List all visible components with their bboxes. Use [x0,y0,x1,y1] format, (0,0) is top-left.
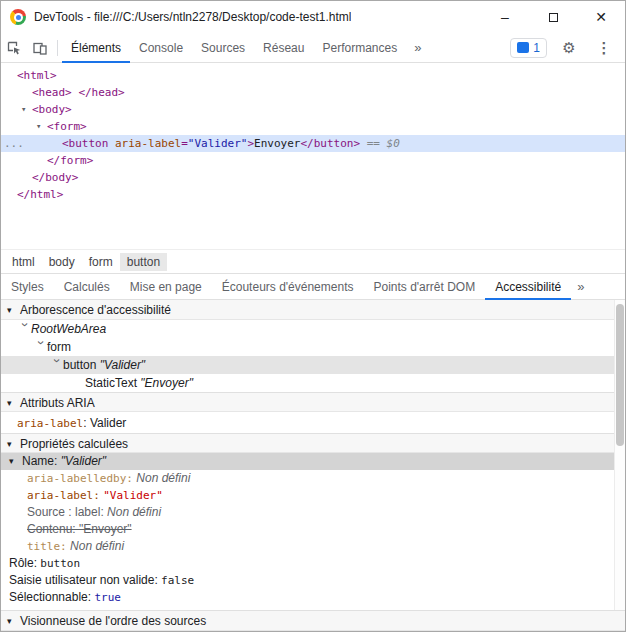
computed-name-row[interactable]: ▾Name: "Valider" [1,453,625,470]
crumb-html[interactable]: html [5,253,42,271]
subtab-écouteurs-d-événements[interactable]: Écouteurs d'événements [212,273,364,300]
tab-console[interactable]: Console [130,33,192,63]
sidebar-tabs: StylesCalculésMise en pageÉcouteurs d'év… [1,273,625,300]
tab-réseau[interactable]: Réseau [254,33,313,63]
dom-node-head[interactable]: <head> </head> [1,84,625,101]
dom-node-form-open[interactable]: ▾<form> [1,118,625,135]
token-dollar: $0 [387,137,400,150]
token-grayi: Non défini [70,539,124,553]
computed-focusable-row: Sélectionnable: true [1,589,625,606]
badge-count: 1 [533,41,540,55]
dom-node-body-open[interactable]: ▾<body> [1,101,625,118]
toolbar-right: 1 ⚙ ⋮ [510,34,625,62]
token-tag: </body> [32,171,78,184]
scrollbar[interactable] [614,300,625,610]
scrollbar-thumb[interactable] [616,304,624,446]
token-eq: == [360,137,387,150]
section-aria-attributes[interactable]: ▾Attributs ARIA [1,392,625,412]
menu-dots-icon[interactable]: ⋮ [591,34,617,62]
token-plain2: : [83,416,90,430]
console-messages-badge[interactable]: 1 [510,38,547,58]
token-plain2: Rôle: [9,556,40,570]
expand-caret-icon[interactable]: › [19,323,32,335]
chrome-logo-icon [10,9,26,25]
token-dark: button [40,557,80,570]
more-subtabs-icon[interactable]: » [571,279,590,294]
token-tag: </button> [300,137,360,150]
section-caret-icon: ▾ [7,300,20,320]
section-title: Attributs ARIA [20,396,95,410]
tab-performances[interactable]: Performances [313,33,406,63]
maximize-icon [549,13,558,22]
a11y-node-statictext[interactable]: StaticText "Envoyer" [1,374,625,392]
crumb-body[interactable]: body [42,253,82,271]
token-stri: "Envoyer" [140,376,193,390]
expand-caret-icon[interactable]: › [51,359,64,371]
computed-source-label-row: Source : label: Non défini [1,504,625,521]
device-toolbar-icon[interactable] [27,34,53,62]
token-attr: aria-label [115,137,181,150]
computed-properties-list: ▾Name: "Valider"aria-labelledby: Non déf… [1,453,625,606]
expand-caret-icon[interactable]: ▾ [21,101,32,118]
section-title: Propriétés calculées [20,437,128,451]
token-attr: aria-label: [27,489,100,502]
token-role: button [63,358,100,372]
dom-node-button-selected[interactable]: ...<button aria-label="Valider">Envoyer<… [1,135,625,152]
computed-aria-label-row: aria-label: "Valider" [1,487,625,504]
token-tag: <form> [47,120,87,133]
token-attr: aria-label [17,417,83,430]
aria-attributes-list: aria-label: Valider [1,412,625,433]
section-caret-icon: ▾ [7,393,20,413]
subtab-mise-en-page[interactable]: Mise en page [120,273,212,300]
dom-node-html-open[interactable]: <html> [1,67,625,84]
inspect-element-icon[interactable] [1,34,27,62]
token-tag: </head> [78,86,124,99]
token-dark: false [161,574,194,587]
a11y-node-button-selected[interactable]: ›button "Valider" [1,356,625,374]
token-tag: <html> [17,69,57,82]
subtab-accessibilité[interactable]: Accessibilité [485,273,571,300]
crumb-form[interactable]: form [82,253,120,271]
token-plain2: Sélectionnable: [9,590,94,604]
section-source-order-viewer[interactable]: ▾Visionneuse de l'ordre des sources [1,610,625,631]
section-accessibility-tree[interactable]: ▾Arborescence d'accessibilité [1,300,625,320]
dom-node-body-close[interactable]: </body> [1,169,625,186]
more-actions-icon[interactable]: ... [4,135,24,152]
section-caret-icon: ▾ [7,434,20,454]
token-val: "Valider" [188,137,248,150]
tab-éléments[interactable]: Éléments [62,33,130,63]
token-rolei: RootWebArea [31,322,106,336]
dom-node-html-close[interactable]: </html> [1,186,625,203]
token-gray: Contenu: "Envoyer" [27,522,132,536]
settings-gear-icon[interactable]: ⚙ [556,34,582,62]
token-grayi: Non défini [136,471,190,485]
a11y-node-form[interactable]: ›form [1,338,625,356]
crumb-button[interactable]: button [120,253,167,271]
a11y-node-rootwebarea[interactable]: ›RootWebArea [1,320,625,338]
minimize-button[interactable]: – [481,1,529,33]
tab-sources[interactable]: Sources [192,33,254,63]
token-blue: true [94,591,121,604]
maximize-button[interactable] [529,1,577,33]
more-tabs-icon[interactable]: » [406,40,429,55]
chrome-logo-core [16,15,21,20]
token-plain: Envoyer [254,137,300,150]
close-button[interactable]: ✕ [577,1,625,33]
subtab-calculés[interactable]: Calculés [54,273,120,300]
expand-caret-icon[interactable]: ▾ [9,453,22,470]
subtab-styles[interactable]: Styles [1,273,54,300]
expand-caret-icon[interactable]: ▾ [36,118,47,135]
token-tag: <button [62,137,108,150]
token-plain2: Valider [90,416,126,430]
section-title: Visionneuse de l'ordre des sources [20,614,206,628]
breadcrumb: htmlbodyformbutton [1,249,625,273]
panel-tabs: ÉlémentsConsoleSourcesRéseauPerformances [62,33,406,63]
token-tag: <body> [32,103,72,116]
accessibility-tree: ›RootWebArea›form›button "Valider"Static… [1,320,625,392]
token-plain2: Saisie utilisateur non valide: [9,573,161,587]
subtab-points-d-arrêt-dom[interactable]: Points d'arrêt DOM [363,273,485,300]
toolbar-divider [57,40,58,56]
dom-node-form-close[interactable]: </form> [1,152,625,169]
expand-caret-icon[interactable]: › [35,341,48,353]
section-computed-properties[interactable]: ▾Propriétés calculées [1,433,625,453]
